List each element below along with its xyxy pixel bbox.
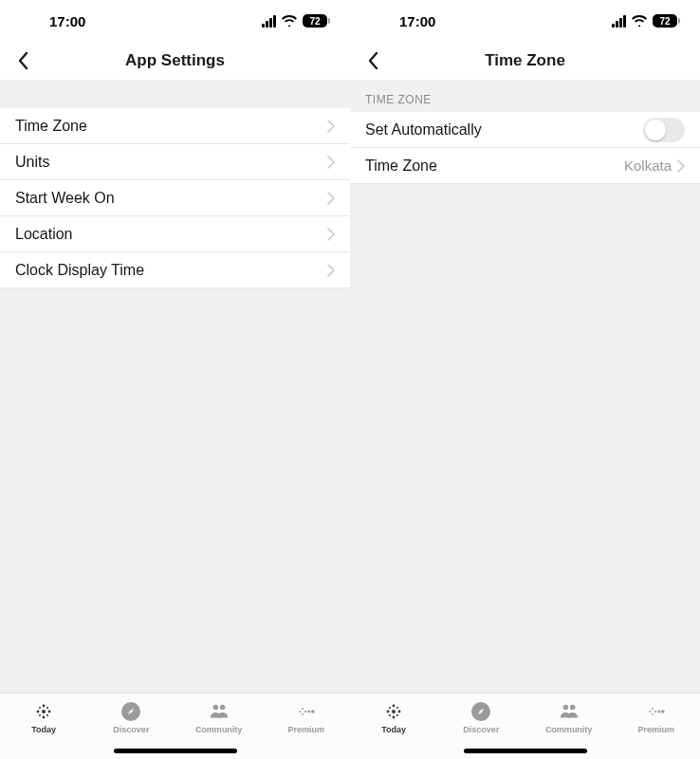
toggle-set-automatically[interactable] [643, 118, 685, 142]
back-button[interactable] [11, 49, 34, 72]
tab-label: Today [31, 725, 56, 734]
svg-point-23 [389, 707, 391, 709]
chevron-right-icon [677, 159, 685, 173]
battery-level: 72 [303, 14, 327, 28]
community-icon [209, 701, 230, 722]
svg-point-28 [562, 705, 568, 711]
row-label: Location [15, 226, 327, 243]
cellular-icon [262, 15, 276, 28]
svg-point-35 [649, 711, 651, 713]
nav-bar: App Settings [0, 42, 350, 80]
tab-community[interactable]: Community [531, 701, 607, 734]
chevron-right-icon [327, 156, 335, 169]
svg-point-21 [387, 711, 390, 713]
page-title: App Settings [125, 51, 225, 70]
svg-point-26 [396, 714, 398, 716]
tab-discover[interactable]: Discover [443, 701, 519, 734]
svg-point-4 [48, 711, 51, 713]
svg-point-1 [43, 705, 46, 708]
premium-icon [646, 701, 667, 722]
timezone-list: Set Automatically Time Zone Kolkata [350, 112, 700, 184]
status-bar: 17:00 72 [0, 0, 350, 42]
page-title: Time Zone [485, 51, 565, 70]
tab-label: Community [195, 725, 243, 734]
wifi-icon [282, 15, 297, 27]
tab-bar: Today Discover Community Premium [0, 693, 350, 759]
tab-bar: Today Discover Community Premium [350, 693, 700, 759]
tab-today[interactable]: Today [356, 701, 432, 734]
battery-level: 72 [653, 14, 677, 28]
status-time: 17:00 [399, 13, 435, 29]
svg-point-5 [39, 707, 41, 709]
svg-point-7 [39, 714, 41, 716]
home-indicator [464, 749, 587, 753]
tab-label: Discover [113, 725, 149, 734]
battery-indicator: 72 [653, 14, 677, 28]
today-icon [383, 701, 404, 722]
today-icon [33, 701, 54, 722]
svg-point-11 [220, 705, 226, 711]
chevron-left-icon [17, 51, 28, 70]
svg-point-32 [661, 710, 665, 713]
cellular-icon [612, 15, 626, 28]
row-label: Units [15, 154, 327, 171]
content-background [350, 184, 700, 693]
row-label: Start Week On [15, 190, 327, 207]
phone-app-settings: 17:00 72 App Settings Time Zone Units St… [0, 0, 350, 759]
tab-label: Today [381, 725, 406, 734]
phone-time-zone: 17:00 72 Time Zone TIME ZONE Set Automat… [350, 0, 700, 759]
row-set-automatically[interactable]: Set Automatically [350, 112, 700, 148]
row-time-zone-value[interactable]: Time Zone Kolkata [350, 148, 700, 184]
tab-premium[interactable]: Premium [268, 701, 344, 734]
row-label: Set Automatically [365, 121, 643, 139]
svg-point-17 [299, 711, 301, 713]
back-button[interactable] [361, 49, 384, 72]
tab-discover[interactable]: Discover [93, 701, 169, 734]
tab-label: Premium [288, 725, 325, 734]
section-spacer [0, 80, 350, 108]
svg-point-16 [302, 713, 304, 715]
wifi-icon [632, 15, 647, 27]
svg-point-15 [302, 708, 304, 710]
settings-list: Time Zone Units Start Week On Location C… [0, 108, 350, 288]
row-time-zone[interactable]: Time Zone [0, 108, 350, 144]
svg-point-29 [570, 705, 576, 711]
svg-point-30 [654, 711, 656, 713]
content-background [0, 288, 350, 693]
svg-point-8 [46, 714, 48, 716]
svg-point-18 [392, 710, 396, 713]
row-units[interactable]: Units [0, 144, 350, 180]
svg-point-34 [652, 713, 654, 715]
row-label: Time Zone [15, 118, 327, 135]
status-bar: 17:00 72 [350, 0, 700, 42]
tab-community[interactable]: Community [181, 701, 257, 734]
chevron-right-icon [327, 120, 335, 133]
chevron-right-icon [327, 192, 335, 205]
svg-point-19 [393, 705, 396, 708]
svg-point-0 [42, 710, 46, 713]
compass-icon [120, 701, 141, 722]
compass-icon [470, 701, 491, 722]
tab-label: Community [545, 725, 593, 734]
svg-point-31 [657, 711, 660, 713]
row-location[interactable]: Location [0, 216, 350, 252]
community-icon [559, 701, 580, 722]
home-indicator [114, 749, 237, 753]
row-start-week-on[interactable]: Start Week On [0, 180, 350, 216]
battery-indicator: 72 [303, 14, 327, 28]
nav-bar: Time Zone [350, 42, 700, 80]
status-time: 17:00 [49, 13, 85, 29]
svg-point-12 [304, 711, 306, 713]
svg-point-2 [43, 716, 46, 719]
tab-label: Premium [638, 725, 675, 734]
tab-today[interactable]: Today [6, 701, 82, 734]
status-indicators: 72 [262, 14, 327, 28]
svg-point-24 [396, 707, 398, 709]
section-header: TIME ZONE [350, 80, 700, 112]
svg-point-25 [389, 714, 391, 716]
row-label: Clock Display Time [15, 262, 327, 279]
svg-point-6 [46, 707, 48, 709]
chevron-right-icon [327, 228, 335, 241]
row-clock-display-time[interactable]: Clock Display Time [0, 252, 350, 288]
tab-premium[interactable]: Premium [618, 701, 694, 734]
